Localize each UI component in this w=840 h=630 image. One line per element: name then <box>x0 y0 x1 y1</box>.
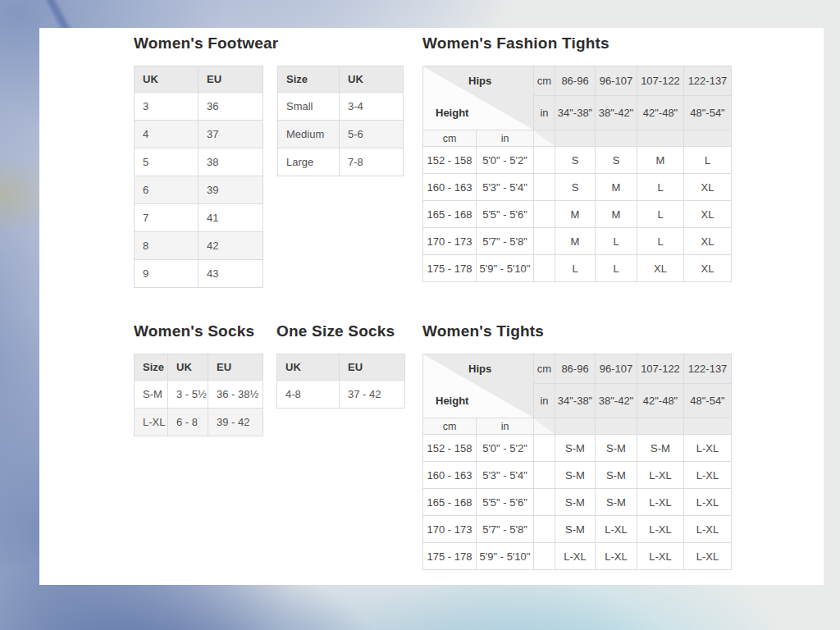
header-strip-cell <box>555 130 596 147</box>
height-in-cell: 5'5" - 5'6" <box>477 489 534 516</box>
column-header: EU <box>208 354 263 381</box>
diagonal-tail <box>534 130 555 147</box>
matrix-row: 175 - 1785'9" - 5'10"LLXLXL <box>423 255 732 282</box>
size-cell: S-M <box>555 462 596 489</box>
header-strip-cell <box>555 418 596 435</box>
table-cell: 39 <box>199 176 263 204</box>
hips-range-header: 34"-38" <box>555 96 596 130</box>
table-row: 741 <box>135 204 263 232</box>
size-cell: S-M <box>637 435 684 462</box>
table-row: 4-837 - 42 <box>277 381 405 409</box>
size-cell: L <box>684 147 732 174</box>
height-in-cell: 5'5" - 5'6" <box>477 201 534 228</box>
height-cm-cell: 152 - 158 <box>423 435 477 462</box>
section-one-size-socks: One Size Socks UKEU4-837 - 42 <box>276 323 405 409</box>
size-cell: L-XL <box>637 516 684 543</box>
header-strip-cell <box>684 130 732 147</box>
size-cell: L <box>555 255 596 282</box>
section-womens-socks: Women's Socks SizeUKEUS-M3 - 5½36 - 38½L… <box>134 323 263 436</box>
size-cell: L-XL <box>555 543 596 570</box>
size-cell: L-XL <box>637 489 684 516</box>
table-row: L-XL6 - 839 - 42 <box>135 409 263 436</box>
height-in-cell: 5'7" - 5'8" <box>477 516 534 543</box>
hips-range-header: 38"-42" <box>596 96 637 130</box>
section-womens-tights: Women's Tights Hips Height cm 86-96 96-1… <box>422 323 732 570</box>
table-row: 437 <box>135 121 263 148</box>
page-title: Women's Socks <box>134 323 263 340</box>
table-cell: 7 <box>135 204 199 232</box>
height-cm-cell: 165 - 168 <box>423 489 477 516</box>
size-cell: XL <box>684 228 732 255</box>
table-cell: 43 <box>199 260 263 288</box>
table-row: Large7-8 <box>278 148 404 176</box>
size-cell: L-XL <box>637 543 684 570</box>
table-cell: 38 <box>199 148 263 176</box>
height-cm-cell: 160 - 163 <box>423 174 477 201</box>
hips-range-header: 86-96 <box>555 66 596 96</box>
height-unit-in: in <box>477 418 534 435</box>
size-cell: L <box>637 174 684 201</box>
column-header: UK <box>340 66 404 93</box>
hips-range-header: 42"-48" <box>637 384 684 418</box>
height-in-cell: 5'0" - 5'2" <box>477 435 534 462</box>
size-guide-page: { "colors": { "table_header_bg": "#eaeae… <box>0 0 840 630</box>
table-cell: 39 - 42 <box>208 409 263 436</box>
size-cell: M <box>596 201 637 228</box>
footwear-uk-eu-table: UKEU336437538639741842943 <box>134 66 263 288</box>
size-cell: S-M <box>555 516 596 543</box>
size-cell: M <box>637 147 684 174</box>
hips-range-header: 96-107 <box>596 354 637 384</box>
height-cm-cell: 175 - 178 <box>423 543 477 570</box>
table-row: Medium5-6 <box>278 121 404 148</box>
size-cell: L <box>637 228 684 255</box>
height-cm-cell: 170 - 173 <box>423 228 477 255</box>
womens-tights-table: Hips Height cm 86-96 96-107 107-122 122-… <box>422 354 732 570</box>
table-cell: 6 <box>135 176 199 204</box>
size-cell: L-XL <box>596 516 637 543</box>
header-strip-cell <box>596 418 637 435</box>
matrix-row: 152 - 1585'0" - 5'2"SSML <box>423 147 732 174</box>
table-cell: L-XL <box>135 409 168 436</box>
diagonal-tail <box>534 418 555 435</box>
hips-label: Hips <box>468 75 491 87</box>
table-cell: 42 <box>199 232 263 260</box>
size-cell: L <box>596 255 637 282</box>
matrix-row: 175 - 1785'9" - 5'10"L-XLL-XLL-XLL-XL <box>423 543 732 570</box>
table-row: 538 <box>135 148 263 176</box>
column-header: EU <box>340 354 405 381</box>
size-cell: S <box>555 147 596 174</box>
footwear-tables-row: UKEU336437538639741842943 SizeUKSmall3-4… <box>134 66 404 288</box>
table-cell: 7-8 <box>340 148 404 176</box>
hips-range-header: 96-107 <box>596 66 637 96</box>
height-unit-cm: cm <box>423 130 477 147</box>
page-title: One Size Socks <box>276 323 405 340</box>
size-cell: L-XL <box>637 462 684 489</box>
height-cm-cell: 160 - 163 <box>423 462 477 489</box>
table-cell: 37 - 42 <box>340 381 405 409</box>
table-row: 336 <box>135 93 263 121</box>
size-cell: L-XL <box>596 543 637 570</box>
footwear-size-uk-table: SizeUKSmall3-4Medium5-6Large7-8 <box>277 66 404 176</box>
size-cell: S-M <box>555 435 596 462</box>
height-cm-cell: 170 - 173 <box>423 516 477 543</box>
unit-spacer-cell <box>534 435 555 462</box>
table-cell: 5-6 <box>340 121 404 148</box>
unit-spacer-cell <box>534 462 555 489</box>
table-cell: S-M <box>135 381 168 409</box>
column-header: UK <box>277 354 340 381</box>
matrix-row: 160 - 1635'3" - 5'4"S-MS-ML-XLL-XL <box>423 462 732 489</box>
corner-cell: Hips Height <box>423 354 534 418</box>
unit-in-label: in <box>534 96 555 130</box>
size-cell: L-XL <box>684 516 732 543</box>
matrix-row: 160 - 1635'3" - 5'4"SMLXL <box>423 174 732 201</box>
size-cell: L-XL <box>684 462 732 489</box>
hips-range-header: 86-96 <box>555 354 596 384</box>
unit-spacer-cell <box>534 201 555 228</box>
header-strip-cell <box>684 418 732 435</box>
page-title: Women's Fashion Tights <box>422 35 732 52</box>
table-row: 842 <box>135 232 263 260</box>
size-cell: XL <box>684 174 732 201</box>
page-title: Women's Tights <box>422 323 732 340</box>
table-cell: 36 <box>199 93 263 121</box>
size-cell: S-M <box>596 435 637 462</box>
